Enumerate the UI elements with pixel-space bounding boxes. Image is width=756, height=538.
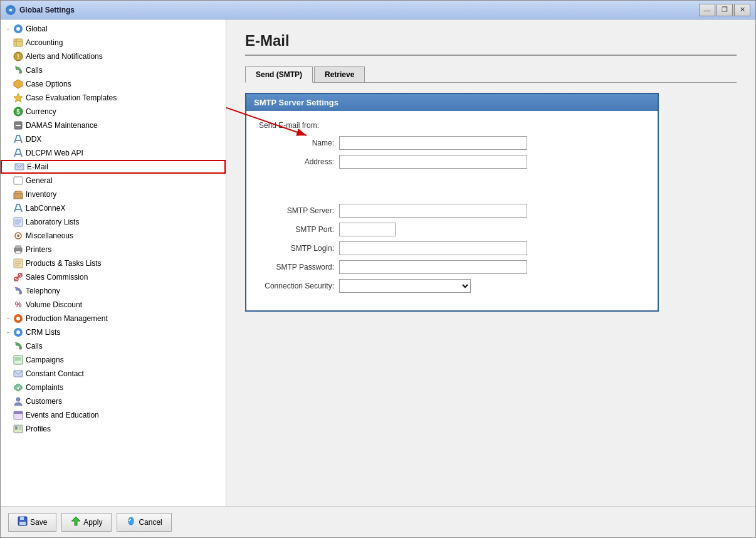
tree-item-misc[interactable]: Miscellaneous: [1, 229, 226, 243]
smtp-port-input[interactable]: [339, 223, 396, 236]
tree-item-production[interactable]: − Production Management: [1, 312, 226, 325]
smtp-server-input[interactable]: [339, 204, 527, 218]
global-settings-window: Global Settings — ❐ ✕ − Global: [0, 0, 756, 538]
smtp-password-input[interactable]: [339, 260, 527, 274]
form-row-password: SMTP Password:: [259, 260, 645, 274]
cancel-icon: [126, 516, 136, 528]
server-label: SMTP Server:: [259, 206, 334, 215]
tree-item-dlcpm[interactable]: DLCPM Web API: [1, 146, 226, 160]
tree-item-currency[interactable]: $ Currency: [1, 105, 226, 119]
icon-customers: [13, 396, 23, 406]
icon-calls: [13, 65, 23, 75]
port-label: SMTP Port:: [259, 225, 334, 234]
apply-button[interactable]: Apply: [61, 513, 112, 532]
save-button[interactable]: Save: [8, 513, 56, 532]
tree-item-case-options[interactable]: Case Options: [1, 77, 226, 91]
label-complaints: Complaints: [26, 383, 63, 392]
form-row-server: SMTP Server:: [259, 204, 645, 218]
icon-sales: [13, 272, 23, 282]
label-ddx: DDX: [26, 135, 41, 144]
icon-campaigns: [13, 355, 23, 365]
tree-item-lab-lists[interactable]: Laboratory Lists: [1, 215, 226, 229]
expand-production[interactable]: −: [3, 314, 13, 324]
label-dlcpm: DLCPM Web API: [26, 149, 83, 157]
tree-item-constant[interactable]: Constant Contact: [1, 367, 226, 381]
close-button[interactable]: ✕: [734, 4, 750, 16]
tree-item-damas[interactable]: DAMAS Maintenance: [1, 119, 226, 132]
icon-dlcpm: [13, 148, 23, 158]
label-constant: Constant Contact: [26, 369, 84, 378]
icon-currency: $: [13, 107, 23, 117]
icon-inventory: [13, 189, 23, 199]
name-input[interactable]: [339, 136, 527, 150]
tree-item-complaints[interactable]: Complaints: [1, 381, 226, 394]
label-alerts: Alerts and Notifications: [26, 52, 103, 61]
svg-rect-4: [14, 39, 23, 46]
label-crm-calls: Calls: [26, 342, 43, 351]
label-events: Events and Education: [26, 411, 99, 419]
tree-item-inventory[interactable]: Inventory: [1, 187, 226, 201]
icon-volume: %: [13, 300, 23, 310]
tree-item-case-eval[interactable]: Case Evaluation Templates: [1, 91, 226, 105]
svg-marker-10: [14, 93, 23, 102]
svg-rect-25: [16, 246, 21, 248]
svg-rect-43: [14, 411, 23, 414]
window-title: Global Settings: [19, 6, 75, 14]
expand-global[interactable]: −: [3, 24, 13, 34]
tree-item-customers[interactable]: Customers: [1, 394, 226, 408]
form-row-security: Connection Security: None SSL TLS: [259, 279, 645, 293]
svg-text:$: $: [16, 108, 20, 115]
svg-point-1: [9, 9, 12, 11]
bottom-bar: Save Apply Cancel: [1, 506, 755, 537]
svg-point-23: [17, 235, 19, 237]
tree-item-crm-calls[interactable]: Calls: [1, 339, 226, 353]
svg-text:!: !: [17, 53, 19, 60]
expand-crm[interactable]: −: [3, 327, 13, 337]
tree-item-labconnex[interactable]: LabConneX: [1, 201, 226, 215]
smtp-login-input[interactable]: [339, 241, 527, 255]
label-telephony: Telephony: [26, 287, 60, 295]
tree-item-calls[interactable]: Calls: [1, 63, 226, 77]
tree-item-profiles[interactable]: Profiles: [1, 422, 226, 436]
tree-item-accounting[interactable]: Accounting: [1, 36, 226, 50]
icon-complaints: [13, 382, 23, 393]
svg-rect-47: [15, 426, 18, 430]
icon-printers: [13, 245, 23, 255]
label-case-options: Case Options: [26, 80, 71, 88]
tree-item-events[interactable]: Events and Education: [1, 408, 226, 422]
password-label: SMTP Password:: [259, 263, 334, 272]
tree-item-global[interactable]: − Global: [1, 22, 226, 36]
icon-case-eval: [13, 93, 23, 103]
security-label: Connection Security:: [259, 282, 334, 290]
label-labconnex: LabConneX: [26, 204, 65, 213]
icon-misc: [13, 231, 23, 241]
smtp-server-settings: SMTP Server Settings Send E-mail from: N…: [245, 93, 659, 312]
tree-item-campaigns[interactable]: Campaigns: [1, 353, 226, 367]
tab-retrieve[interactable]: Retrieve: [314, 66, 365, 83]
login-label: SMTP Login:: [259, 244, 334, 253]
title-bar-left: Global Settings: [6, 5, 75, 15]
tree-item-sales[interactable]: Sales Commission: [1, 270, 226, 284]
tree-item-alerts[interactable]: ! Alerts and Notifications: [1, 50, 226, 63]
minimize-button[interactable]: —: [699, 4, 715, 16]
connection-security-select[interactable]: None SSL TLS: [339, 279, 471, 293]
tree-item-crm[interactable]: − CRM Lists: [1, 325, 226, 339]
tree-item-ddx[interactable]: DDX: [1, 132, 226, 146]
tree-item-general[interactable]: General: [1, 174, 226, 187]
cancel-button[interactable]: Cancel: [117, 513, 171, 532]
tree-item-printers[interactable]: Printers: [1, 243, 226, 256]
label-inventory: Inventory: [26, 190, 56, 199]
svg-marker-55: [71, 517, 80, 525]
smtp-header: SMTP Server Settings: [246, 94, 658, 111]
tree-item-products[interactable]: Products & Tasks Lists: [1, 256, 226, 270]
icon-accounting: [13, 38, 23, 48]
svg-rect-14: [16, 125, 21, 126]
restore-button[interactable]: ❐: [717, 4, 733, 16]
send-from-label: Send E-mail from:: [259, 121, 645, 130]
tree-item-email[interactable]: E-Mail: [1, 160, 226, 174]
tree-item-telephony[interactable]: Telephony: [1, 284, 226, 298]
tab-send[interactable]: Send (SMTP): [245, 66, 313, 83]
main-content: − Global Accounting ! Alerts and Notific…: [1, 19, 755, 506]
tree-item-volume[interactable]: % Volume Discount: [1, 298, 226, 312]
address-input[interactable]: [339, 155, 527, 169]
